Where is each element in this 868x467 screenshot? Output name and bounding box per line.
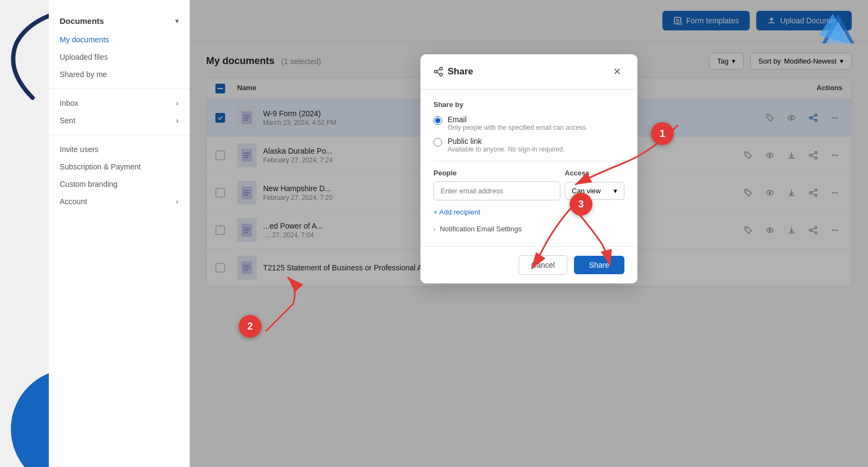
svg-point-88 [440, 73, 443, 76]
sidebar-documents-header[interactable]: Documents ▾ [49, 11, 189, 31]
sidebar-item-invite-users[interactable]: Invite users [49, 141, 189, 158]
sidebar-sent-arrow: › [176, 116, 178, 125]
sidebar-item-account[interactable]: Account › [49, 193, 189, 210]
app-wrapper: Documents ▾ My documents Uploaded files … [49, 0, 868, 467]
annotation-badge-1: 1 [651, 122, 674, 145]
public-link-radio-option[interactable]: Public link Avaliable to anyone. No sign… [433, 137, 624, 153]
email-option-text: Email Only people with the specified ema… [448, 115, 588, 131]
sidebar-item-my-documents[interactable]: My documents [49, 31, 189, 48]
access-chevron: ▾ [614, 187, 617, 195]
sidebar-divider-1 [49, 89, 189, 89]
add-recipient-link[interactable]: + Add recipient [433, 208, 624, 216]
share-by-label: Share by [433, 100, 624, 109]
modal-overlay: Share ✕ Share by Email Only people with … [190, 0, 868, 467]
svg-line-91 [437, 72, 439, 74]
sidebar-account-arrow: › [176, 197, 178, 206]
notification-settings-row[interactable]: › Notification Email Settings [433, 225, 624, 233]
annotation-badge-2: 2 [239, 315, 261, 338]
email-radio-option[interactable]: Email Only people with the specified ema… [433, 115, 624, 131]
share-modal: Share ✕ Share by Email Only people with … [420, 54, 637, 283]
email-access-row: Can view ▾ [433, 181, 624, 200]
sidebar-divider-2 [49, 135, 189, 135]
sidebar: Documents ▾ My documents Uploaded files … [49, 0, 190, 467]
people-access-labels: People Access [433, 169, 624, 177]
notification-chevron: › [433, 226, 436, 232]
sidebar-item-inbox[interactable]: Inbox › [49, 94, 189, 112]
sidebar-item-custom-branding[interactable]: Custom branding [49, 175, 189, 193]
modal-close-button[interactable]: ✕ [609, 64, 624, 79]
app-logo [819, 11, 857, 49]
email-input[interactable] [433, 181, 560, 200]
annotation-badge-3: 3 [570, 193, 592, 216]
modal-header: Share ✕ [420, 54, 637, 90]
sidebar-documents-chevron: ▾ [175, 17, 178, 25]
cancel-button[interactable]: Cancel [519, 255, 567, 275]
modal-title: Share [433, 66, 473, 77]
sidebar-item-shared-by-me[interactable]: Shared by me [49, 66, 189, 83]
sidebar-inbox-arrow: › [176, 99, 178, 108]
share-icon-modal [433, 67, 443, 77]
sidebar-item-subscription[interactable]: Subscription & Payment [49, 158, 189, 175]
public-link-option-text: Public link Avaliable to anyone. No sign… [448, 137, 565, 153]
public-link-radio-input[interactable] [433, 138, 442, 147]
sidebar-item-sent[interactable]: Sent › [49, 112, 189, 129]
svg-point-87 [440, 67, 443, 70]
svg-point-89 [435, 71, 437, 73]
modal-footer: Cancel Share [420, 246, 637, 283]
email-radio-input[interactable] [433, 116, 442, 125]
main-content: Form templates Upload Document My docume… [190, 0, 868, 467]
svg-line-90 [437, 70, 439, 71]
sidebar-item-uploaded-files[interactable]: Uploaded files [49, 48, 189, 66]
modal-body: Share by Email Only people with the spec… [420, 90, 637, 246]
share-button[interactable]: Share [574, 256, 624, 274]
modal-divider [433, 161, 624, 161]
sidebar-documents-label: Documents [60, 16, 104, 26]
